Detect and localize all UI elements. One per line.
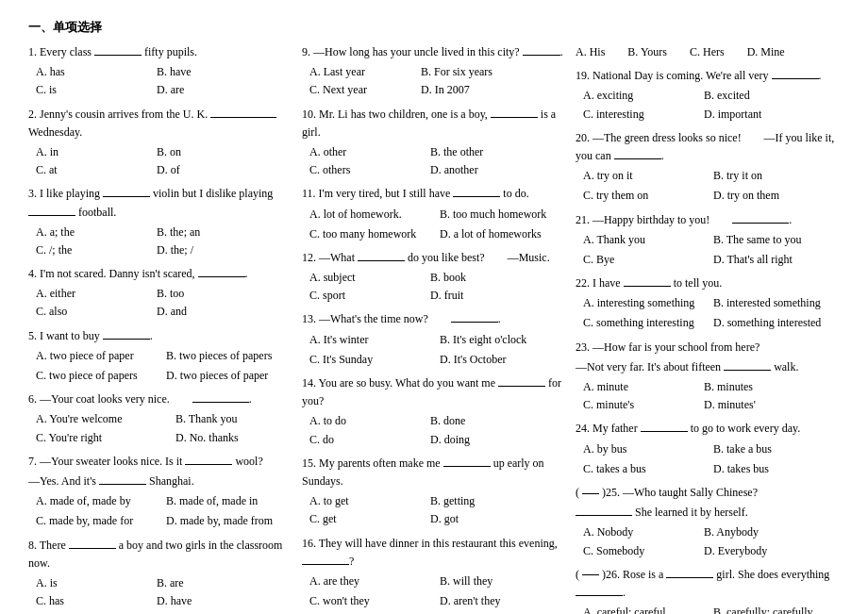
question-25: ( )25. —Who taught Sally Chinese? She le… (576, 484, 840, 560)
question-13: 13. —What's the time now? . A. It's wint… (302, 310, 566, 369)
mid-column: 9. —How long has your uncle lived in thi… (302, 43, 566, 614)
question-7: 7. —Your sweater looks nice. Is it wool?… (28, 453, 292, 531)
right-column: A. His B. Yours C. Hers D. Mine 19. Nati… (576, 43, 840, 614)
question-19: 19. National Day is coming. We're all ve… (576, 67, 840, 124)
question-9: 9. —How long has your uncle lived in thi… (302, 43, 566, 100)
question-4: 4. I'm not scared. Danny isn't scared, .… (28, 265, 292, 322)
left-column: 1. Every class fifty pupils. A. has B. h… (28, 43, 292, 614)
question-15: 15. My parents often make me up early on… (302, 455, 566, 529)
question-21: 21. —Happy birthday to you! . A. Thank y… (576, 211, 840, 270)
question-8: 8. There a boy and two girls in the clas… (28, 537, 292, 611)
question-right-header: A. His B. Yours C. Hers D. Mine (576, 43, 840, 61)
question-24: 24. My father to go to work every day. A… (576, 420, 840, 478)
question-10: 10. Mr. Li has two children, one is a bo… (302, 106, 566, 180)
question-14m: 14. You are so busy. What do you want me… (302, 374, 566, 449)
question-12: 12. —What do you like best? —Music. A. s… (302, 249, 566, 306)
question-16: 16. They will have dinner in this restau… (302, 535, 566, 611)
question-3: 3. I like playing violin but I dislike p… (28, 185, 292, 259)
question-6: 6. —Your coat looks very nice. . A. You'… (28, 390, 292, 447)
question-2: 2. Jenny's cousin arrives from the U. K.… (28, 106, 292, 180)
question-26: ( )26. Rose is a girl. She does everythi… (576, 566, 840, 614)
section-title: 一、单项选择 (28, 19, 840, 36)
question-22: 22. I have to tell you. A. interesting s… (576, 274, 840, 333)
question-23: 23. —How far is your school from here? —… (576, 339, 840, 415)
question-1: 1. Every class fifty pupils. A. has B. h… (28, 43, 292, 100)
question-11: 11. I'm very tired, but I still have to … (302, 185, 566, 243)
question-5: 5. I want to buy . A. two piece of paper… (28, 327, 292, 386)
question-20: 20. —The green dress looks so nice! —If … (576, 129, 840, 206)
